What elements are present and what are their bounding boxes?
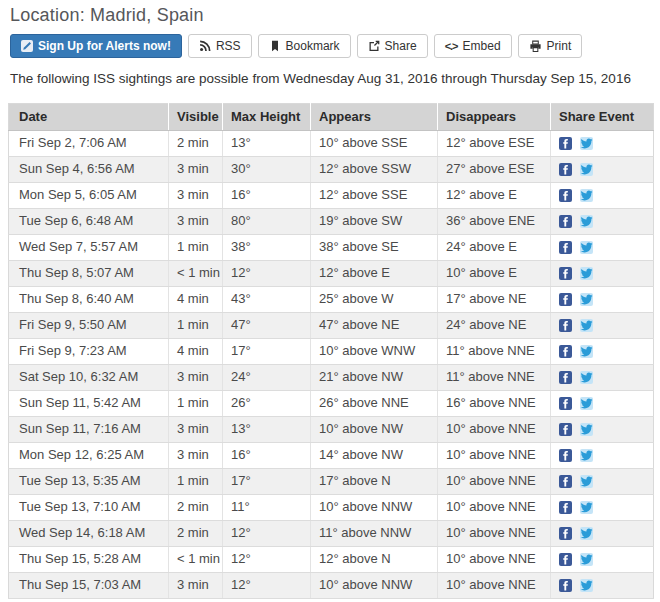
twitter-share-icon[interactable] — [580, 449, 593, 462]
cell-share-event — [551, 573, 654, 599]
twitter-share-icon[interactable] — [580, 371, 593, 384]
cell-max-height: 12° — [223, 261, 311, 287]
cell-visible: < 1 min — [169, 261, 223, 287]
table-row: Thu Sep 15, 5:28 AM < 1 min 12° 12° abov… — [9, 547, 654, 573]
cell-visible: 1 min — [169, 469, 223, 495]
twitter-share-icon[interactable] — [580, 163, 593, 176]
cell-disappears: 27° above ESE — [438, 157, 551, 183]
facebook-share-icon[interactable] — [559, 215, 572, 228]
table-row: Tue Sep 13, 7:10 AM 2 min 11° 10° above … — [9, 495, 654, 521]
facebook-share-icon[interactable] — [559, 449, 572, 462]
twitter-share-icon[interactable] — [580, 423, 593, 436]
pencil-square-icon — [21, 40, 33, 52]
signup-alerts-button[interactable]: Sign Up for Alerts now! — [10, 34, 182, 58]
twitter-share-icon[interactable] — [580, 189, 593, 202]
table-row: Sun Sep 4, 6:56 AM 3 min 30° 12° above S… — [9, 157, 654, 183]
cell-visible: 2 min — [169, 131, 223, 157]
cell-share-event — [551, 469, 654, 495]
cell-disappears: 24° above NE — [438, 313, 551, 339]
cell-disappears: 10° above NNE — [438, 547, 551, 573]
table-row: Wed Sep 14, 6:18 AM 2 min 12° 11° above … — [9, 521, 654, 547]
facebook-share-icon[interactable] — [559, 267, 572, 280]
table-row: Thu Sep 8, 5:07 AM < 1 min 12° 12° above… — [9, 261, 654, 287]
cell-share-event — [551, 443, 654, 469]
cell-disappears: 10° above NNE — [438, 573, 551, 599]
facebook-share-icon[interactable] — [559, 579, 572, 592]
share-button[interactable]: Share — [357, 34, 428, 58]
cell-share-event — [551, 391, 654, 417]
print-button[interactable]: Print — [518, 34, 583, 58]
printer-icon — [529, 40, 542, 53]
cell-visible: 1 min — [169, 235, 223, 261]
cell-disappears: 10° above E — [438, 261, 551, 287]
cell-disappears: 36° above ENE — [438, 209, 551, 235]
header-date: Date — [9, 104, 169, 131]
cell-date: Thu Sep 15, 7:03 AM — [9, 573, 169, 599]
cell-share-event — [551, 521, 654, 547]
toolbar: Sign Up for Alerts now! RSS Bookmark — [10, 34, 652, 58]
cell-visible: 3 min — [169, 365, 223, 391]
cell-visible: 4 min — [169, 339, 223, 365]
facebook-share-icon[interactable] — [559, 137, 572, 150]
cell-date: Sun Sep 11, 7:16 AM — [9, 417, 169, 443]
twitter-share-icon[interactable] — [580, 241, 593, 254]
facebook-share-icon[interactable] — [559, 527, 572, 540]
cell-max-height: 30° — [223, 157, 311, 183]
facebook-share-icon[interactable] — [559, 189, 572, 202]
cell-appears: 10° above NNW — [311, 495, 438, 521]
cell-max-height: 17° — [223, 339, 311, 365]
cell-disappears: 17° above NE — [438, 287, 551, 313]
signup-alerts-label: Sign Up for Alerts now! — [38, 39, 171, 53]
facebook-share-icon[interactable] — [559, 501, 572, 514]
cell-max-height: 26° — [223, 391, 311, 417]
cell-appears: 17° above N — [311, 469, 438, 495]
cell-disappears: 10° above NNE — [438, 495, 551, 521]
twitter-share-icon[interactable] — [580, 267, 593, 280]
twitter-share-icon[interactable] — [580, 579, 593, 592]
location-label: Location: — [10, 5, 85, 25]
twitter-share-icon[interactable] — [580, 319, 593, 332]
twitter-share-icon[interactable] — [580, 397, 593, 410]
twitter-share-icon[interactable] — [580, 215, 593, 228]
embed-button[interactable]: <.> Embed — [434, 34, 512, 58]
facebook-share-icon[interactable] — [559, 241, 572, 254]
facebook-share-icon[interactable] — [559, 163, 572, 176]
twitter-share-icon[interactable] — [580, 293, 593, 306]
twitter-share-icon[interactable] — [580, 345, 593, 358]
twitter-share-icon[interactable] — [580, 527, 593, 540]
rss-button[interactable]: RSS — [188, 34, 252, 58]
cell-date: Thu Sep 8, 5:07 AM — [9, 261, 169, 287]
table-row: Sun Sep 11, 7:16 AM 3 min 13° 10° above … — [9, 417, 654, 443]
cell-appears: 12° above E — [311, 261, 438, 287]
table-header: Date Visible Max Height Appears Disappea… — [9, 104, 654, 131]
cell-disappears: 12° above E — [438, 183, 551, 209]
twitter-share-icon[interactable] — [580, 553, 593, 566]
cell-disappears: 11° above NNE — [438, 339, 551, 365]
facebook-share-icon[interactable] — [559, 397, 572, 410]
cell-max-height: 11° — [223, 495, 311, 521]
cell-disappears: 12° above ESE — [438, 131, 551, 157]
cell-appears: 12° above SSE — [311, 183, 438, 209]
cell-disappears: 11° above NNE — [438, 365, 551, 391]
twitter-share-icon[interactable] — [580, 475, 593, 488]
cell-share-event — [551, 547, 654, 573]
facebook-share-icon[interactable] — [559, 345, 572, 358]
facebook-share-icon[interactable] — [559, 423, 572, 436]
page-container: Location: Madrid, Spain Sign Up for Aler… — [0, 4, 660, 599]
header-max-height: Max Height — [223, 104, 311, 131]
cell-share-event — [551, 131, 654, 157]
cell-visible: 3 min — [169, 443, 223, 469]
bookmark-button[interactable]: Bookmark — [258, 34, 351, 58]
cell-appears: 10° above SSE — [311, 131, 438, 157]
table-row: Wed Sep 7, 5:57 AM 1 min 38° 38° above S… — [9, 235, 654, 261]
facebook-share-icon[interactable] — [559, 293, 572, 306]
table-row: Tue Sep 13, 5:35 AM 1 min 17° 17° above … — [9, 469, 654, 495]
facebook-share-icon[interactable] — [559, 553, 572, 566]
twitter-share-icon[interactable] — [580, 137, 593, 150]
facebook-share-icon[interactable] — [559, 371, 572, 384]
facebook-share-icon[interactable] — [559, 475, 572, 488]
table-row: Fri Sep 2, 7:06 AM 2 min 13° 10° above S… — [9, 131, 654, 157]
facebook-share-icon[interactable] — [559, 319, 572, 332]
table-row: Sat Sep 10, 6:32 AM 3 min 24° 21° above … — [9, 365, 654, 391]
twitter-share-icon[interactable] — [580, 501, 593, 514]
